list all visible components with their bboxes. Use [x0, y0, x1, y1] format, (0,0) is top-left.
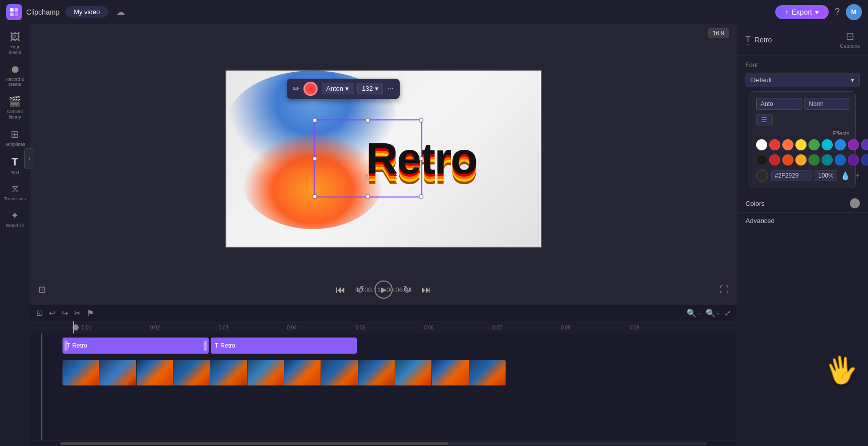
swatch-purple2[interactable] [848, 154, 859, 165]
swatch-green1[interactable] [809, 139, 820, 150]
text-clip-2[interactable]: T Retro [211, 338, 357, 354]
color-hex-row: 💧 ＋ [756, 170, 849, 182]
skip-start-button[interactable]: ⏮ [336, 284, 346, 296]
tracks-container: T Retro T Retro [30, 333, 737, 440]
handle-top-right[interactable] [419, 119, 423, 123]
swatch-purple1[interactable] [848, 139, 859, 150]
swatch-red2[interactable] [769, 154, 780, 165]
export-button[interactable]: ↑ Export ▾ [775, 5, 829, 19]
fit-timeline[interactable]: ⤢ [724, 308, 731, 318]
eye-dropper-icon[interactable]: 💧 [840, 171, 850, 181]
swatch-orange2[interactable] [782, 154, 793, 165]
sidebar-item-templates[interactable]: ⊞ Templates [2, 125, 28, 150]
opacity-input[interactable] [815, 170, 837, 181]
timeline-undo[interactable]: ↩ [49, 308, 55, 318]
align-left-button[interactable]: ☰ [756, 114, 773, 126]
colors-section: Colors [737, 198, 868, 212]
sidebar-item-your-media[interactable]: 🖼 Your media [2, 28, 28, 59]
hex-input[interactable] [771, 170, 812, 181]
swatch-yellow2[interactable] [795, 154, 807, 165]
color-circle-button[interactable] [303, 82, 318, 96]
skip-end-button[interactable]: ⏭ [421, 284, 431, 296]
swatch-red1[interactable] [769, 139, 780, 150]
sidebar-label-templates: Templates [5, 142, 25, 147]
scrollbar-thumb[interactable] [60, 442, 448, 445]
video-thumb-4 [173, 360, 210, 385]
playhead-track-line [41, 333, 42, 440]
advanced-section: Advanced [737, 212, 868, 229]
font-inputs-row: Anto Norm [756, 98, 849, 110]
ruler-0:04: 0:04 [286, 325, 354, 330]
canvas-preview: Retro ↻ [30, 42, 737, 274]
clip-handle-left-1[interactable] [65, 341, 68, 351]
video-tab[interactable]: My video [66, 6, 108, 18]
swatch-green2[interactable] [809, 154, 820, 165]
video-thumb-5 [210, 360, 247, 385]
svg-rect-2 [10, 13, 14, 16]
panel-scrollable: Font Default ▾ Anto Norm [737, 55, 868, 446]
swatch-black[interactable] [756, 154, 767, 165]
timeline-flag[interactable]: ⚑ [87, 308, 94, 318]
zoom-in[interactable]: 🔍+ [706, 308, 720, 318]
help-button[interactable]: ? [835, 7, 840, 17]
video-frame[interactable]: Retro ↻ [225, 70, 542, 248]
clip-1-label: Retro [72, 342, 87, 349]
video-thumb-7 [284, 360, 321, 385]
retro-text[interactable]: Retro [366, 133, 477, 184]
sidebar: 🖼 Your media ⏺ Record &create 🎬 Contentl… [0, 24, 30, 446]
text-format-icon: T̲ [746, 35, 751, 44]
svg-rect-1 [15, 8, 18, 12]
text-clip-1[interactable]: T Retro [63, 338, 209, 354]
captions-button[interactable]: ⊡ [38, 284, 46, 295]
content-library-icon: 🎬 [9, 95, 21, 107]
swatch-blue2[interactable] [835, 154, 846, 165]
clip-handle-right-1[interactable] [204, 341, 207, 351]
swatch-darkblue[interactable] [861, 154, 868, 165]
collapse-panel-button[interactable]: ‹ [24, 148, 34, 169]
video-thumb-8 [321, 360, 358, 385]
text-icon: T [12, 155, 18, 169]
ruler-0:06: 0:06 [423, 325, 491, 330]
timeline-cut[interactable]: ✂ [74, 308, 81, 318]
color-preview-circle[interactable] [756, 170, 768, 182]
effects-label: Effects [756, 130, 849, 136]
timeline-caption-btn[interactable]: ⊡ [36, 308, 43, 318]
smoke-orange-effect [242, 132, 384, 229]
app-logo[interactable]: Clipchamp [6, 4, 59, 20]
templates-icon: ⊞ [11, 128, 19, 140]
sidebar-item-content-library[interactable]: 🎬 Contentlibrary [2, 92, 28, 123]
more-options-button[interactable]: ··· [387, 84, 394, 93]
handle-bottom-right[interactable] [419, 195, 423, 199]
font-name-selector[interactable]: Anton ▾ [322, 83, 353, 94]
zoom-out[interactable]: 🔍− [687, 308, 701, 318]
add-color-button[interactable]: ＋ [853, 171, 861, 181]
font-size-selector[interactable]: 132 ▾ [357, 83, 383, 94]
swatch-yellow1[interactable] [795, 139, 807, 150]
scrollbar-track [60, 442, 707, 445]
fullscreen-button[interactable]: ⛶ [720, 285, 729, 295]
swatch-blue1[interactable] [835, 139, 846, 150]
captions-panel-button[interactable]: ⊡ Captions [840, 30, 860, 49]
logo-icon [6, 4, 22, 20]
sidebar-label-transitions: Transitions [4, 196, 26, 201]
font-name-input[interactable]: Anto [756, 98, 801, 110]
sidebar-item-brand-kit[interactable]: ✦ Brand kit [2, 206, 28, 231]
video-strip[interactable] [63, 360, 506, 385]
swatch-cyan2[interactable] [822, 154, 833, 165]
font-style-dropdown[interactable]: Default ▾ [746, 73, 860, 87]
swatch-white[interactable] [756, 139, 767, 150]
video-thumb-2 [99, 360, 136, 385]
sidebar-item-record[interactable]: ⏺ Record &create [2, 61, 28, 91]
swatch-darkpurple[interactable] [861, 139, 868, 150]
swatch-orange1[interactable] [782, 139, 793, 150]
timeline-redo[interactable]: ↪ [61, 308, 68, 318]
main-content: 🖼 Your media ⏺ Record &create 🎬 Contentl… [0, 24, 868, 446]
user-avatar[interactable]: M [846, 4, 862, 20]
swatch-cyan1[interactable] [822, 139, 833, 150]
edit-icon[interactable]: ✏ [293, 84, 299, 93]
rotate-handle[interactable]: ↻ [364, 173, 371, 182]
ruler-marks: 0:01 0:02 0:03 0:04 0:05 0:06 0:07 0:08 … [81, 325, 697, 330]
font-style-input[interactable]: Norm [804, 98, 850, 110]
timeline-scrollbar[interactable] [30, 440, 737, 446]
sidebar-item-transitions[interactable]: ⧖ Transitions [2, 180, 28, 204]
